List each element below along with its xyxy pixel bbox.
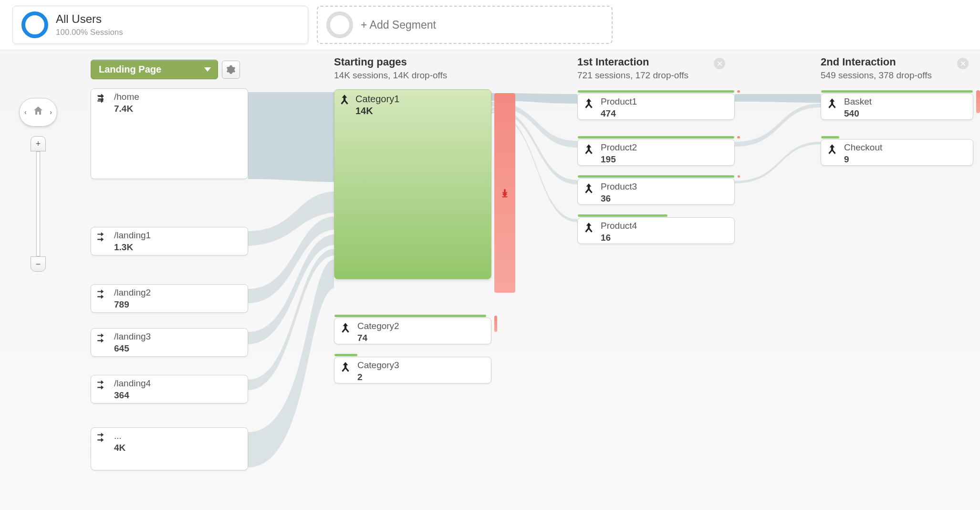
merge-icon: [338, 94, 351, 107]
enter-icon: [95, 230, 109, 244]
node-value: 195: [601, 154, 637, 165]
chevron-down-icon: [204, 67, 211, 72]
node-label: /landing2: [114, 287, 151, 298]
node-label: /landing1: [114, 230, 151, 241]
merge-icon: [582, 142, 596, 156]
node-value: 74: [357, 333, 399, 343]
remove-column-button[interactable]: ✕: [957, 58, 969, 69]
segment-subtitle: 100.00% Sessions: [56, 28, 123, 37]
column-title: Starting pages: [334, 56, 487, 68]
column-header-1st: 1st Interaction 721 sessions, 172 drop-o…: [577, 56, 720, 81]
dimension-dropdown[interactable]: Landing Page: [91, 60, 218, 79]
flow-node[interactable]: Product416: [577, 217, 735, 244]
home-nav-pill[interactable]: ‹ ›: [19, 98, 57, 127]
merge-icon: [582, 221, 596, 234]
chevron-right-icon[interactable]: ›: [50, 108, 52, 116]
add-segment-label: + Add Segment: [361, 19, 436, 32]
node-label: /landing3: [114, 331, 151, 342]
node-value: 645: [114, 343, 151, 354]
column-subtitle: 549 sessions, 378 drop-offs: [821, 70, 964, 81]
node-value: 540: [844, 108, 872, 119]
dropoff-bar[interactable]: [494, 316, 497, 332]
merge-icon: [825, 96, 839, 110]
column-subtitle: 721 sessions, 172 drop-offs: [577, 70, 720, 81]
dropoff-bar[interactable]: [494, 93, 515, 293]
column-header-2nd: 2nd Interaction 549 sessions, 378 drop-o…: [821, 56, 964, 81]
flow-node[interactable]: Product336: [577, 178, 735, 205]
flow-node[interactable]: ...4K: [91, 427, 248, 470]
segment-ring-icon: [326, 11, 353, 38]
flow-node[interactable]: /landing2789: [91, 284, 248, 313]
add-segment-button[interactable]: + Add Segment: [317, 6, 613, 44]
gear-icon: [226, 65, 236, 74]
enter-icon: [95, 431, 109, 444]
merge-icon: [825, 142, 839, 156]
node-label: Category3: [357, 360, 399, 371]
zoom-out-button[interactable]: −: [31, 256, 46, 272]
dropoff-arrow-icon: [500, 186, 510, 200]
flow-node[interactable]: Category1 14K: [334, 89, 491, 279]
flow-node[interactable]: Basket540: [821, 93, 973, 120]
node-label: ...: [114, 431, 125, 442]
merge-icon: [338, 321, 353, 334]
enter-icon: [95, 287, 109, 301]
zoom-in-button[interactable]: +: [31, 136, 46, 151]
flow-node[interactable]: /landing4364: [91, 375, 248, 404]
node-value: 16: [601, 233, 637, 243]
node-label: Checkout: [844, 142, 882, 153]
flow-node[interactable]: Category274: [334, 318, 491, 344]
node-value: 36: [601, 193, 637, 204]
flow-node[interactable]: Category32: [334, 357, 491, 383]
merge-icon: [338, 360, 353, 373]
segment-title: All Users: [56, 12, 123, 26]
flow-node[interactable]: /landing3645: [91, 328, 248, 357]
enter-icon: [95, 331, 109, 345]
node-value: 1.3K: [114, 242, 151, 253]
segment-ring-icon: [21, 11, 48, 38]
node-value: 474: [601, 108, 637, 119]
node-label: /home: [114, 92, 139, 103]
node-value: 14K: [355, 106, 399, 117]
node-value: 9: [844, 154, 882, 165]
node-value: 789: [114, 299, 151, 310]
flow-node[interactable]: /landing11.3K: [91, 227, 248, 255]
settings-button[interactable]: [222, 61, 240, 79]
canvas-controls: ‹ › + −: [19, 98, 57, 272]
dimension-label: Landing Page: [99, 64, 161, 75]
flow-node[interactable]: Checkout9: [821, 139, 973, 166]
node-label: Product1: [601, 96, 637, 107]
zoom-track[interactable]: [36, 151, 40, 256]
remove-column-button[interactable]: ✕: [714, 58, 725, 69]
enter-icon: [95, 92, 109, 105]
node-value: 4K: [114, 443, 125, 453]
node-value: 2: [357, 372, 399, 382]
column-title: 1st Interaction: [577, 56, 720, 68]
column-title: 2nd Interaction: [821, 56, 964, 68]
node-label: Category1: [355, 94, 399, 105]
node-label: /landing4: [114, 378, 151, 389]
column-subtitle: 14K sessions, 14K drop-offs: [334, 70, 487, 81]
node-label: Category2: [357, 321, 399, 332]
flow-node[interactable]: Product2195: [577, 139, 735, 166]
enter-icon: [95, 378, 109, 392]
home-icon[interactable]: [32, 105, 44, 119]
chevron-left-icon[interactable]: ‹: [24, 108, 27, 116]
node-label: Product2: [601, 142, 637, 153]
node-label: Product3: [601, 181, 637, 192]
node-value: 7.4K: [114, 104, 139, 114]
flow-canvas[interactable]: ‹ › + − Landing Page: [0, 50, 980, 510]
flow-node[interactable]: Product1474: [577, 93, 735, 120]
node-label: Basket: [844, 96, 872, 107]
zoom-slider[interactable]: + −: [31, 136, 46, 272]
merge-icon: [582, 96, 596, 110]
merge-icon: [582, 181, 596, 195]
segment-all-users[interactable]: All Users 100.00% Sessions: [12, 6, 308, 44]
node-label: Product4: [601, 221, 637, 232]
dropoff-bar[interactable]: [976, 90, 980, 113]
node-value: 364: [114, 390, 151, 401]
flow-node[interactable]: /home 7.4K: [91, 88, 248, 179]
column-header-starting: Starting pages 14K sessions, 14K drop-of…: [334, 56, 487, 81]
